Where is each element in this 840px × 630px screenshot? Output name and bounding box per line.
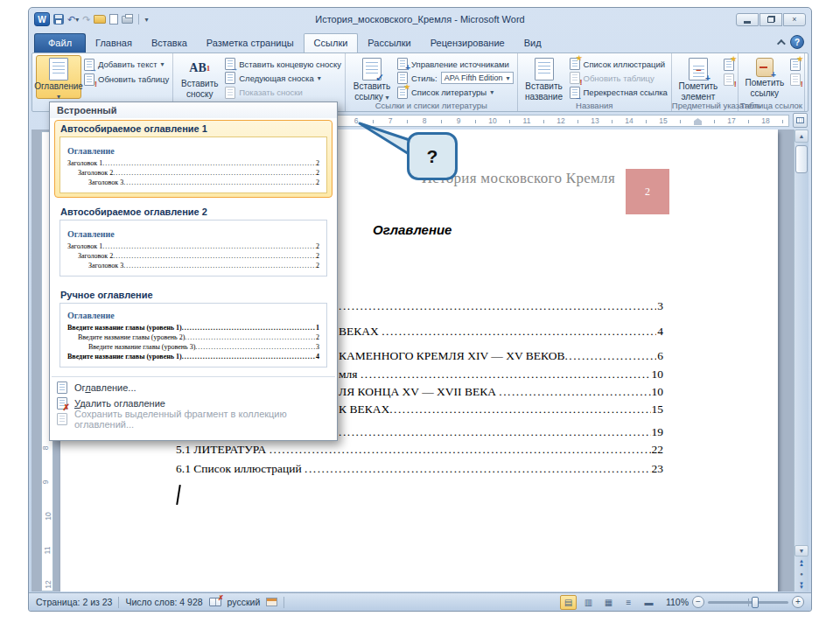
- mark-entry-button[interactable]: Пометить элемент: [676, 55, 721, 99]
- language-indicator[interactable]: русский: [228, 597, 261, 607]
- tab-view[interactable]: Вид: [514, 34, 551, 52]
- full-screen-reading-view-button[interactable]: ▥: [580, 595, 597, 610]
- cross-reference-icon: [570, 87, 580, 99]
- manage-sources-icon: [397, 58, 408, 70]
- update-table-button[interactable]: Обновить таблицу: [84, 73, 169, 86]
- toc-preview: Оглавление Заголовок 12 Заголовок 22 Заг…: [60, 136, 327, 193]
- outline-view-button[interactable]: ≡: [620, 595, 637, 610]
- tab-references[interactable]: Ссылки: [304, 33, 359, 52]
- zoom-slider[interactable]: [708, 601, 788, 604]
- add-text-icon: [84, 59, 94, 71]
- dot-leader: [499, 385, 650, 399]
- insert-table-of-figures-button[interactable]: Список иллюстраций: [570, 58, 668, 70]
- toc-entry: 3: [339, 299, 663, 313]
- tab-home[interactable]: Главная: [86, 34, 142, 52]
- tab-page-layout[interactable]: Разметка страницы: [197, 34, 304, 52]
- help-button[interactable]: ?: [790, 35, 804, 49]
- macro-panel-icon[interactable]: [266, 598, 277, 606]
- toc-entry: КАМЕННОГО КРЕМЛЯ XIV — XV ВЕКОВ6: [339, 349, 663, 363]
- toc-entry: 5.1 ЛИТЕРАТУРА 22: [176, 443, 663, 457]
- add-text-button[interactable]: Добавить текст▾: [84, 58, 169, 71]
- scroll-up-button[interactable]: ▲: [794, 130, 808, 143]
- update-table-of-figures-button[interactable]: Обновить таблицу: [570, 72, 668, 84]
- citation-style-select[interactable]: APA Fifth Edition▾: [441, 72, 514, 84]
- select-browse-object-button[interactable]: ●: [795, 569, 808, 579]
- next-page-button[interactable]: ▼▼: [795, 580, 808, 591]
- open-button[interactable]: [94, 12, 106, 26]
- word-count[interactable]: Число слов: 4 928: [125, 597, 202, 607]
- gallery-section-header: Встроенный: [50, 102, 337, 118]
- web-layout-view-button[interactable]: ▦: [600, 595, 617, 610]
- minimize-ribbon-icon[interactable]: [777, 38, 786, 47]
- scrollbar-thumb[interactable]: [795, 145, 808, 173]
- view-ruler-toggle-button[interactable]: [793, 113, 808, 128]
- undo-button[interactable]: ↶▾: [67, 12, 79, 26]
- insert-citation-button[interactable]: Вставить ссылку ▾: [349, 55, 395, 99]
- mark-citation-button[interactable]: Пометить ссылку: [742, 55, 788, 99]
- print-preview-button[interactable]: [109, 12, 118, 26]
- tab-insert[interactable]: Вставка: [142, 34, 197, 52]
- insert-caption-button[interactable]: Вставить название: [522, 55, 567, 99]
- right-indent-marker[interactable]: [694, 118, 702, 125]
- table-of-contents-button[interactable]: Оглавление ▾: [36, 55, 81, 99]
- toc-dialog-icon: [57, 382, 67, 394]
- save-button[interactable]: [53, 12, 64, 26]
- gallery-item-manual-toc[interactable]: Ручное оглавление Оглавление Введите наз…: [54, 286, 332, 372]
- zoom-out-button[interactable]: −: [692, 596, 704, 608]
- chevron-down-icon: ▾: [57, 92, 60, 102]
- minimize-button[interactable]: [736, 13, 759, 26]
- table-of-figures-icon: [570, 58, 580, 70]
- insert-endnote-button[interactable]: Вставить концевую сноску: [225, 58, 341, 70]
- tab-review[interactable]: Рецензирование: [421, 34, 514, 52]
- word-window: W ↶▾ ↷ ▾ История_московского_Кремля - Mi…: [28, 7, 812, 612]
- insert-footnote-button[interactable]: AB1 Вставить сноску: [177, 55, 222, 99]
- vertical-scrollbar[interactable]: ▲ ▼ ▲▲ ● ▼▼: [794, 130, 808, 592]
- update-index-button[interactable]: [724, 73, 734, 86]
- cross-reference-button[interactable]: Перекрестная ссылка: [570, 87, 668, 99]
- tab-file[interactable]: Файл: [34, 33, 86, 52]
- toc-preview: Оглавление Введите название главы (урове…: [60, 303, 327, 368]
- word-logo-icon[interactable]: W: [34, 12, 50, 26]
- group-citations-bibliography: Вставить ссылку ▾ Управление источниками…: [346, 53, 518, 111]
- save-selection-icon: [57, 413, 67, 425]
- manage-sources-button[interactable]: Управление источниками: [397, 58, 514, 70]
- print-layout-view-button[interactable]: ▤: [560, 595, 577, 610]
- remove-toc-icon: [57, 397, 67, 410]
- insert-toa-button[interactable]: [790, 58, 801, 71]
- zoom-in-button[interactable]: +: [792, 596, 804, 608]
- group-label-index: Предметный указатель: [672, 101, 738, 110]
- group-index: Пометить элемент Предметный указатель: [672, 53, 738, 111]
- page-indicator[interactable]: Страница: 2 из 23: [36, 597, 112, 607]
- window-controls: ×: [736, 13, 806, 26]
- close-button[interactable]: ×: [783, 13, 806, 26]
- show-notes-icon: [225, 87, 235, 99]
- scroll-down-button[interactable]: ▼: [794, 545, 808, 556]
- tab-mailings[interactable]: Рассылки: [358, 34, 420, 52]
- draft-view-button[interactable]: ▬: [640, 595, 657, 610]
- proofing-errors-icon[interactable]: [209, 598, 221, 606]
- menu-item-insert-toc[interactable]: Оглавление...: [50, 380, 337, 396]
- status-bar: Страница: 2 из 23 Число слов: 4 928 русс…: [29, 592, 811, 611]
- toc-heading: Оглавление: [373, 222, 452, 237]
- update-toa-button[interactable]: [790, 73, 801, 86]
- dot-leader: [339, 299, 656, 313]
- group-label-toa: Таблица ссылок: [738, 101, 804, 110]
- show-notes-button[interactable]: Показать сноски: [225, 87, 341, 99]
- bibliography-button[interactable]: Список литературы▾: [397, 87, 514, 99]
- toc-gallery-dropdown: Встроенный Автособираемое оглавление 1 О…: [49, 102, 338, 441]
- redo-button[interactable]: ↷: [82, 12, 90, 26]
- gallery-item-auto-toc-2[interactable]: Автособираемое оглавление 2 Оглавление З…: [54, 203, 332, 281]
- insert-index-button[interactable]: [724, 58, 734, 71]
- next-footnote-button[interactable]: Следующая сноска▾: [225, 72, 341, 84]
- print-button[interactable]: [122, 12, 133, 26]
- previous-page-button[interactable]: ▲▲: [795, 557, 808, 568]
- gallery-item-auto-toc-1[interactable]: Автособираемое оглавление 1 Оглавление З…: [54, 120, 332, 198]
- zoom-level[interactable]: 110%: [666, 597, 689, 607]
- insert-index-icon: [724, 59, 734, 71]
- restore-button[interactable]: [760, 13, 782, 26]
- zoom-slider-thumb[interactable]: [752, 597, 759, 608]
- customize-qat-button[interactable]: ▾: [144, 12, 148, 26]
- group-table-of-authorities: Пометить ссылку Таблица ссылок: [738, 53, 805, 111]
- menu-item-save-selection-to-gallery[interactable]: Сохранить выделенный фрагмент в коллекци…: [50, 411, 337, 427]
- ruler-icon: [796, 117, 804, 123]
